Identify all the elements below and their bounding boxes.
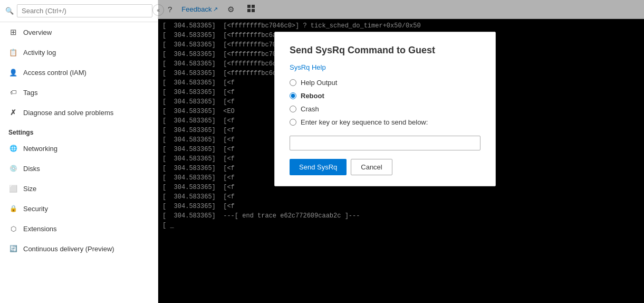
radio-reboot[interactable]: Reboot [290, 92, 480, 100]
radio-help-output-input[interactable] [290, 79, 296, 86]
sidebar-item-activity-log[interactable]: Activity log [0, 42, 158, 62]
tags-icon [8, 88, 18, 97]
diagnose-icon [8, 108, 18, 117]
radio-group: Help Output Reboot Crash Enter key or ke… [290, 79, 480, 126]
radio-crash-input[interactable] [290, 106, 296, 112]
security-icon [8, 204, 18, 213]
cancel-button[interactable]: Cancel [351, 159, 392, 175]
send-sysrq-button[interactable]: Send SysRq [290, 159, 347, 175]
sidebar-item-label: Extensions [23, 225, 57, 233]
main-content: ? Feedback ↗ ⚙ [ 304.583365] [<ffffffffb… [158, 0, 644, 303]
continuous-delivery-icon [8, 244, 18, 253]
activity-log-icon [8, 48, 18, 57]
size-icon [8, 184, 18, 193]
sidebar-item-security[interactable]: Security [0, 198, 158, 219]
sidebar-item-extensions[interactable]: Extensions [0, 219, 158, 239]
radio-help-output-label: Help Output [301, 79, 337, 87]
sidebar: 🔍 Overview Activity log Access control (… [0, 0, 158, 303]
sidebar-item-overview[interactable]: Overview [0, 22, 158, 42]
modal-actions: Send SysRq Cancel [290, 159, 480, 175]
settings-section-header: Settings [0, 122, 158, 138]
sidebar-item-networking[interactable]: Networking [0, 138, 158, 158]
sidebar-item-continuous-delivery[interactable]: Continuous delivery (Preview) [0, 239, 158, 259]
radio-key-sequence-input[interactable] [290, 119, 296, 126]
radio-key-sequence-label: Enter key or key sequence to send below: [301, 118, 428, 126]
sysrq-modal: Send SysRq Command to Guest SysRq Help H… [274, 32, 496, 186]
sidebar-item-label: Access control (IAM) [23, 69, 86, 77]
modal-overlay: Send SysRq Command to Guest SysRq Help H… [158, 0, 644, 303]
sysrq-help-link[interactable]: SysRq Help [290, 63, 480, 71]
sidebar-item-label: Tags [23, 89, 37, 97]
networking-icon [8, 144, 18, 153]
key-sequence-input[interactable] [290, 136, 480, 150]
radio-help-output[interactable]: Help Output [290, 79, 480, 87]
search-container: 🔍 [0, 0, 158, 22]
sidebar-item-size[interactable]: Size [0, 178, 158, 198]
overview-icon [8, 27, 18, 37]
radio-reboot-label: Reboot [301, 92, 324, 100]
sidebar-item-label: Size [23, 185, 36, 193]
sidebar-item-label: Activity log [23, 49, 56, 56]
sidebar-item-label: Overview [23, 29, 52, 36]
sidebar-item-label: Networking [23, 145, 57, 153]
sidebar-item-diagnose[interactable]: Diagnose and solve problems [0, 102, 158, 122]
sidebar-item-iam[interactable]: Access control (IAM) [0, 62, 158, 82]
extensions-icon [8, 224, 18, 233]
modal-title: Send SysRq Command to Guest [290, 45, 480, 56]
iam-icon [8, 68, 18, 77]
sidebar-item-label: Disks [23, 165, 40, 173]
sidebar-item-label: Diagnose and solve problems [23, 109, 113, 117]
sidebar-item-label: Continuous delivery (Preview) [23, 245, 114, 253]
radio-key-sequence[interactable]: Enter key or key sequence to send below: [290, 118, 480, 126]
search-input[interactable] [17, 4, 152, 17]
sidebar-item-disks[interactable]: Disks [0, 158, 158, 178]
radio-reboot-input[interactable] [290, 92, 296, 99]
radio-crash-label: Crash [301, 105, 319, 113]
sidebar-item-tags[interactable]: Tags [0, 82, 158, 102]
sidebar-item-label: Security [23, 205, 48, 213]
radio-crash[interactable]: Crash [290, 105, 480, 113]
search-icon: 🔍 [5, 7, 14, 15]
disks-icon [8, 164, 18, 173]
